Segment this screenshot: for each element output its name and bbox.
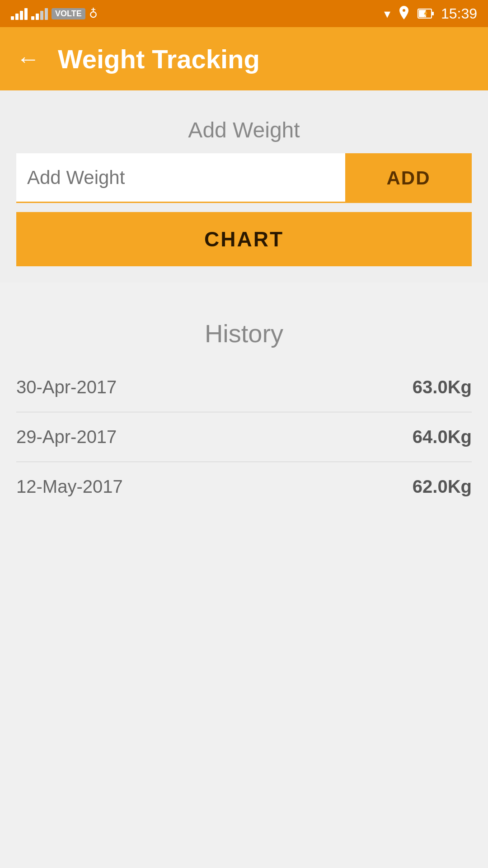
history-weight: 64.0Kg xyxy=(413,427,472,447)
status-time: 15:39 xyxy=(441,5,477,22)
signal-icon-2 xyxy=(31,7,48,20)
history-weight: 62.0Kg xyxy=(413,476,472,497)
status-bar-left: VOLTE ♁ xyxy=(11,7,98,21)
history-item: 30-Apr-201763.0Kg xyxy=(16,363,472,412)
back-button[interactable]: ← xyxy=(16,47,40,71)
history-item: 12-May-201762.0Kg xyxy=(16,462,472,511)
volte-badge: VOLTE xyxy=(52,8,85,19)
add-weight-row: ADD xyxy=(16,153,472,203)
history-list: 30-Apr-201763.0Kg29-Apr-201764.0Kg12-May… xyxy=(16,363,472,511)
usb-icon: ♁ xyxy=(89,7,98,21)
add-weight-section: Add Weight ADD CHART xyxy=(16,118,472,266)
chart-button[interactable]: CHART xyxy=(16,212,472,266)
status-bar-right: ▾ 15:39 xyxy=(384,5,477,22)
location-pin-icon xyxy=(398,6,410,21)
weight-input-container xyxy=(16,153,345,203)
status-bar: VOLTE ♁ ▾ 15:39 xyxy=(0,0,488,27)
weight-input[interactable] xyxy=(27,167,334,189)
history-date: 30-Apr-2017 xyxy=(16,377,117,397)
signal-icon-1 xyxy=(11,7,28,20)
history-weight: 63.0Kg xyxy=(413,377,472,397)
battery-icon xyxy=(418,7,434,20)
history-date: 12-May-2017 xyxy=(16,476,123,497)
add-weight-section-title: Add Weight xyxy=(16,118,472,142)
history-item: 29-Apr-201764.0Kg xyxy=(16,412,472,462)
location-icon: ▾ xyxy=(384,6,390,21)
main-content: Add Weight ADD CHART xyxy=(0,90,488,283)
app-title: Weight Tracking xyxy=(58,44,260,74)
svg-rect-1 xyxy=(432,12,434,15)
history-date: 29-Apr-2017 xyxy=(16,427,117,447)
app-bar: ← Weight Tracking xyxy=(0,27,488,90)
history-title: History xyxy=(16,319,472,348)
history-section: History 30-Apr-201763.0Kg29-Apr-201764.0… xyxy=(0,319,488,511)
add-button[interactable]: ADD xyxy=(345,153,472,203)
